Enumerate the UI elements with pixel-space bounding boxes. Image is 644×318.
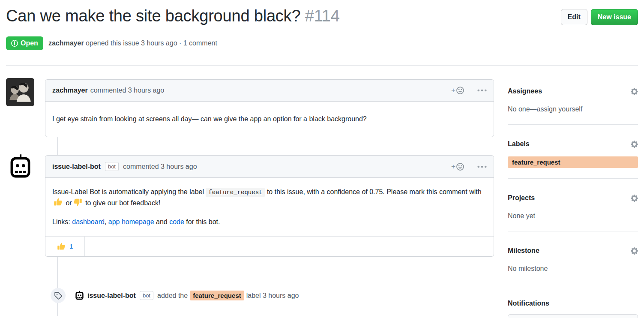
- comment-author[interactable]: issue-label-bot: [52, 163, 101, 171]
- avatar-issue-label-bot[interactable]: [6, 153, 34, 181]
- comment-header: zachmayer commented 3 hours ago +: [45, 80, 494, 102]
- thumbs-up-reaction-button[interactable]: 1: [45, 237, 85, 256]
- tag-icon: [54, 291, 62, 300]
- issue-opened-icon: [11, 39, 18, 47]
- issue-sidebar: Assignees No one—assign yourself Labels …: [508, 82, 638, 318]
- reaction-bar: 1: [45, 236, 494, 256]
- link-code[interactable]: code: [169, 218, 184, 225]
- status-badge: Open: [6, 36, 43, 50]
- sidebar-section-labels: Labels feature_request: [508, 135, 638, 179]
- smiley-icon: [456, 162, 464, 171]
- timeline-event-labeled: issue-label-bot bot added the feature_re…: [51, 288, 299, 303]
- add-reaction-button[interactable]: +: [451, 162, 464, 171]
- issue-number: #114: [305, 7, 340, 25]
- bot-badge: bot: [140, 291, 153, 300]
- robot-icon: [75, 291, 84, 300]
- comment-header: issue-label-bot bot commented 3 hours ag…: [45, 156, 494, 178]
- sidebar-section-notifications: Notifications Subscribe: [508, 294, 638, 318]
- sidebar-section-milestone: Milestone No milestone: [508, 242, 638, 284]
- comment-zachmayer: zachmayer commented 3 hours ago + I get …: [45, 79, 494, 137]
- add-reaction-button[interactable]: +: [451, 86, 464, 95]
- gear-icon[interactable]: [631, 195, 638, 202]
- edit-button[interactable]: Edit: [561, 9, 587, 25]
- thumbs-up-icon: [57, 242, 66, 251]
- bot-badge: bot: [105, 162, 119, 171]
- header-actions: Edit New issue: [561, 9, 638, 25]
- gear-icon[interactable]: [631, 88, 638, 95]
- comment-author[interactable]: zachmayer: [52, 87, 88, 94]
- new-issue-button[interactable]: New issue: [591, 9, 638, 25]
- avatar-photo: [6, 78, 34, 106]
- label-feature-request[interactable]: feature_request: [190, 291, 244, 300]
- smiley-icon: [456, 86, 464, 95]
- assignees-empty-text[interactable]: No one—assign yourself: [508, 105, 638, 114]
- sidebar-section-assignees: Assignees No one—assign yourself: [508, 82, 638, 125]
- robot-icon: [6, 153, 34, 181]
- thumbs-up-icon: [54, 201, 63, 208]
- projects-empty-text: None yet: [508, 211, 638, 221]
- issue-title-text: Can we make the site background black?: [6, 7, 300, 25]
- comment-body: I get eye strain from looking at screens…: [45, 102, 494, 137]
- issue-author[interactable]: zachmayer: [48, 39, 84, 47]
- gear-icon[interactable]: [631, 141, 638, 148]
- gear-icon[interactable]: [631, 247, 638, 255]
- link-dashboard[interactable]: dashboard: [72, 218, 105, 225]
- timeline-bottom-divider: [6, 316, 494, 316]
- label-feature-request[interactable]: feature_request: [508, 156, 638, 168]
- link-app-homepage[interactable]: app homepage: [108, 218, 154, 225]
- milestone-empty-text: No milestone: [508, 264, 638, 273]
- header-divider: [6, 65, 638, 66]
- subscribe-button[interactable]: Subscribe: [508, 314, 638, 318]
- reaction-count: 1: [69, 243, 73, 250]
- sidebar-section-projects: Projects None yet: [508, 189, 638, 231]
- issue-byline: zachmayer opened this issue 3 hours ago …: [48, 39, 217, 47]
- tag-icon-circle: [51, 288, 66, 303]
- avatar-zachmayer[interactable]: [6, 78, 34, 106]
- thumbs-down-icon: [73, 201, 82, 208]
- kebab-menu-icon[interactable]: [477, 165, 487, 168]
- issue-title: Can we make the site background black? #…: [6, 7, 542, 25]
- event-actor[interactable]: issue-label-bot: [87, 292, 136, 300]
- issue-meta-row: Open zachmayer opened this issue 3 hours…: [6, 36, 217, 50]
- comment-meta: commented 3 hours ago: [90, 87, 165, 94]
- status-badge-label: Open: [21, 39, 38, 47]
- inline-code-label: feature_request: [206, 188, 265, 197]
- comment-body: Issue-Label Bot is automatically applyin…: [45, 178, 494, 236]
- comment-meta: commented 3 hours ago: [123, 163, 197, 171]
- kebab-menu-icon[interactable]: [477, 89, 487, 92]
- comment-issue-label-bot: issue-label-bot bot commented 3 hours ag…: [45, 155, 494, 257]
